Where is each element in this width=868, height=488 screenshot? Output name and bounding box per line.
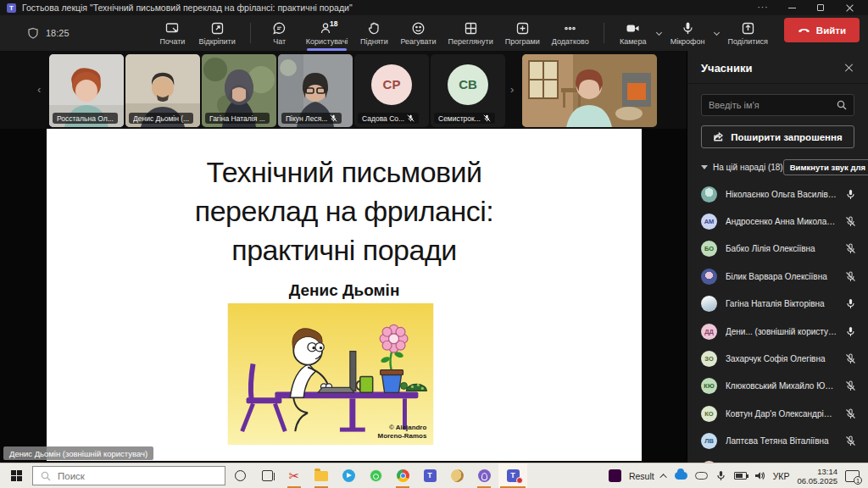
- whatsapp-button[interactable]: [363, 463, 388, 488]
- raise-hand-button[interactable]: Підняти: [355, 18, 392, 48]
- video-thumbnail[interactable]: СВ Семистрок...: [431, 54, 505, 127]
- taskbar-search[interactable]: [32, 466, 225, 485]
- clock[interactable]: 13:14 06.05.2025: [797, 467, 837, 485]
- teams-button[interactable]: T: [417, 463, 442, 488]
- paint-icon: [449, 468, 465, 483]
- tray-mic-icon[interactable]: [715, 470, 726, 481]
- shield-icon: [27, 27, 39, 39]
- panel-close-icon[interactable]: [843, 61, 856, 75]
- cloud-icon[interactable]: [695, 472, 708, 480]
- main-speaker-video[interactable]: [522, 54, 657, 127]
- leave-button[interactable]: Вийти: [784, 18, 860, 42]
- minimize-button[interactable]: [780, 1, 804, 14]
- mic-off-icon[interactable]: [845, 380, 856, 391]
- unpin-button[interactable]: Відкріпити: [194, 18, 239, 48]
- tray-expand-icon[interactable]: [659, 474, 666, 480]
- participant-row[interactable]: КЮ Клюковський Михайло Юрій...: [687, 373, 868, 400]
- taskbar-search-input[interactable]: [58, 471, 185, 481]
- folder-icon: [314, 471, 328, 481]
- participant-name: Дени... (зовнішній користувач): [726, 327, 837, 336]
- telegram-button[interactable]: [336, 463, 361, 488]
- tray-date: 06.05.2025: [797, 476, 837, 485]
- video-thumbnail[interactable]: СР Садова Со...: [354, 54, 429, 127]
- participant-row[interactable]: Білик Варвара Олексіївна: [687, 263, 868, 290]
- notification-center-icon[interactable]: 1: [845, 470, 860, 482]
- more-button[interactable]: Додатково: [548, 18, 593, 48]
- participant-row[interactable]: ЗО Захарчук Софія Олегівна: [687, 345, 868, 372]
- tray-time: 13:14: [797, 467, 837, 476]
- participant-row[interactable]: ДД Дени... (зовнішній користувач): [687, 318, 868, 345]
- whatsapp-icon: [370, 469, 382, 482]
- window-titlebar: T Гостьова лекція "Технічний письмовий п…: [0, 0, 868, 15]
- task-view-button[interactable]: [254, 463, 280, 488]
- tray-app-icon[interactable]: [609, 469, 621, 482]
- volume-icon[interactable]: [754, 470, 765, 481]
- meeting-toolbar: 18:25 Почати Відкріпити Чат 18 Користува…: [0, 15, 868, 51]
- mic-off-icon[interactable]: [845, 243, 856, 254]
- react-button[interactable]: Реагувати: [396, 18, 440, 48]
- camera-chevron-icon[interactable]: [656, 29, 662, 35]
- paint-button[interactable]: [444, 463, 470, 488]
- apps-button[interactable]: Програми: [501, 18, 544, 48]
- participant-search[interactable]: [701, 94, 854, 116]
- muted-mic-icon: [330, 114, 337, 122]
- avatar: ДД: [701, 324, 717, 340]
- scissors-icon: ✂: [289, 469, 300, 482]
- mic-off-icon[interactable]: [845, 216, 856, 227]
- snip-app-button[interactable]: ✂: [281, 463, 307, 488]
- close-button[interactable]: [837, 1, 861, 14]
- collapse-chevron-icon[interactable]: [701, 165, 708, 169]
- mic-off-icon[interactable]: [845, 408, 856, 419]
- telegram-icon: [342, 469, 355, 482]
- participant-row[interactable]: Гагіна Наталія Вікторівна: [687, 291, 868, 318]
- participant-name: Гагіна Наталія Вікторівна: [726, 299, 837, 308]
- file-explorer-button[interactable]: [309, 463, 334, 488]
- participant-search-input[interactable]: [709, 100, 837, 110]
- participants-button[interactable]: 18 Користувачі: [302, 18, 353, 48]
- mute-all-button[interactable]: Вимкнути звук для ...: [783, 159, 868, 175]
- camera-button[interactable]: Камера: [615, 18, 652, 48]
- viber-button[interactable]: [471, 463, 497, 488]
- chat-button[interactable]: Чат: [261, 18, 298, 48]
- share-invite-button[interactable]: Поширити запрошення: [701, 125, 854, 148]
- cartoon-credit-line2: Moreno-Ramos: [378, 432, 427, 440]
- mic-off-icon[interactable]: [845, 271, 856, 282]
- cortana-button[interactable]: [227, 463, 253, 488]
- thumbnail-name-label: Садова Со...: [358, 113, 419, 124]
- more-options-icon[interactable]: ···: [751, 1, 775, 14]
- teams-meeting-app-button[interactable]: T: [498, 463, 527, 488]
- strip-scroll-right-icon[interactable]: ›: [510, 83, 514, 96]
- share-button[interactable]: Поділитися: [724, 18, 772, 48]
- start-button[interactable]: [0, 463, 32, 488]
- participant-list: Ніколаєнко Ольга Василівна АМ Андросенко…: [687, 180, 868, 482]
- onedrive-icon[interactable]: [675, 472, 687, 480]
- chrome-button[interactable]: [390, 463, 415, 488]
- maximize-button[interactable]: [809, 1, 832, 14]
- participant-row[interactable]: БО Бабко Лілія Олексіївна: [687, 236, 868, 263]
- mic-off-icon[interactable]: [845, 435, 856, 446]
- share-screen-button[interactable]: Почати: [153, 18, 191, 48]
- tray-result-label[interactable]: Result: [629, 471, 654, 481]
- mic-on-icon[interactable]: [845, 298, 856, 309]
- participant-row[interactable]: КО Ковтун Дар'я Олександрівна: [687, 400, 868, 427]
- battery-icon[interactable]: [734, 472, 747, 480]
- view-button[interactable]: Переглянути: [443, 18, 497, 48]
- mic-off-icon[interactable]: [845, 353, 856, 364]
- participants-panel: Учасники Поширити запрошення На цій нара…: [687, 51, 868, 463]
- video-thumbnail[interactable]: Гагіна Наталія ...: [202, 54, 276, 127]
- strip-scroll-left-icon[interactable]: ‹: [37, 83, 41, 96]
- mic-on-icon[interactable]: [845, 189, 856, 200]
- avatar: БО: [701, 241, 717, 257]
- video-thumbnail[interactable]: Денис Дьомін (...: [125, 54, 200, 127]
- participant-row[interactable]: Ніколаєнко Ольга Василівна: [687, 180, 868, 208]
- share-invite-icon: [713, 131, 724, 142]
- video-thumbnail[interactable]: Росстальна Ол...: [49, 54, 124, 127]
- participant-row[interactable]: АМ Андросенко Анна Миколаївна: [687, 208, 868, 235]
- participant-row[interactable]: ЛВ Лаптєва Тетяна Віталіївна: [687, 428, 868, 455]
- video-thumbnail[interactable]: Пікун Леся...: [278, 54, 353, 127]
- thumbnail-name-label: Пікун Леся...: [281, 113, 342, 124]
- language-indicator[interactable]: УКР: [773, 471, 790, 481]
- mic-on-icon[interactable]: [845, 326, 856, 337]
- microphone-button[interactable]: Мікрофон: [666, 18, 709, 48]
- microphone-chevron-icon[interactable]: [713, 29, 719, 35]
